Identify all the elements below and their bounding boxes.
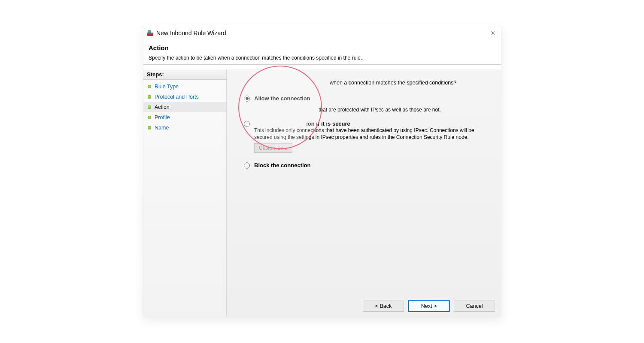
step-label[interactable]: Protocol and Ports: [155, 94, 199, 100]
step-label[interactable]: Rule Type: [155, 84, 179, 90]
bullet-icon: [148, 126, 151, 129]
steps-sidebar: Steps: Rule Type Protocol and Ports Acti…: [143, 69, 227, 317]
titlebar: New Inbound Rule Wizard: [143, 26, 501, 40]
window-title: New Inbound Rule Wizard: [156, 30, 226, 36]
step-rule-type[interactable]: Rule Type: [143, 81, 226, 92]
wizard-dialog: New Inbound Rule Wizard Action Specify t…: [143, 26, 501, 317]
step-label: Action: [155, 104, 170, 110]
page-title: Action: [149, 44, 496, 51]
bullet-icon: [148, 116, 151, 119]
firewall-icon: [147, 30, 154, 36]
close-icon: [491, 30, 496, 36]
bullet-icon: [148, 85, 151, 88]
wizard-buttons: < Back Next > Cancel: [363, 301, 495, 312]
option-allow-secure[interactable]: Allow the connection if it is secure Thi…: [244, 120, 488, 153]
step-profile[interactable]: Profile: [143, 112, 226, 123]
question-text: when a connection matches the specified …: [244, 80, 488, 86]
step-protocol-ports[interactable]: Protocol and Ports: [143, 92, 226, 102]
bullet-icon: [148, 105, 151, 109]
option-allow-secure-description: This includes only connections that have…: [254, 127, 482, 141]
step-label[interactable]: Profile: [155, 114, 170, 120]
customize-button: Customize...: [254, 143, 292, 153]
radio-block[interactable]: [244, 162, 250, 168]
cancel-button[interactable]: Cancel: [454, 301, 495, 312]
option-allow-secure-label: ion if it is secure: [306, 120, 350, 127]
step-label[interactable]: Name: [155, 125, 169, 131]
bullet-icon: [148, 95, 151, 99]
steps-heading: Steps:: [143, 69, 226, 80]
wizard-content: when a connection matches the specified …: [227, 69, 501, 317]
option-allow[interactable]: Allow the connection: [244, 95, 488, 102]
step-action: Action: [143, 102, 226, 112]
radio-allow[interactable]: [244, 96, 250, 102]
close-button[interactable]: [489, 29, 498, 37]
radio-allow-secure[interactable]: [244, 121, 250, 127]
page-subtitle: Specify the action to be taken when a co…: [149, 55, 496, 61]
back-button[interactable]: < Back: [363, 301, 404, 312]
step-name[interactable]: Name: [143, 123, 226, 133]
wizard-header: Action Specify the action to be taken wh…: [143, 40, 501, 65]
next-button[interactable]: Next >: [408, 301, 450, 312]
option-allow-label: Allow the connection: [254, 95, 310, 102]
option-block-label: Block the connection: [254, 162, 310, 168]
option-block[interactable]: Block the connection: [244, 162, 488, 168]
option-allow-description: that are protected with IPsec as well as…: [254, 107, 488, 113]
